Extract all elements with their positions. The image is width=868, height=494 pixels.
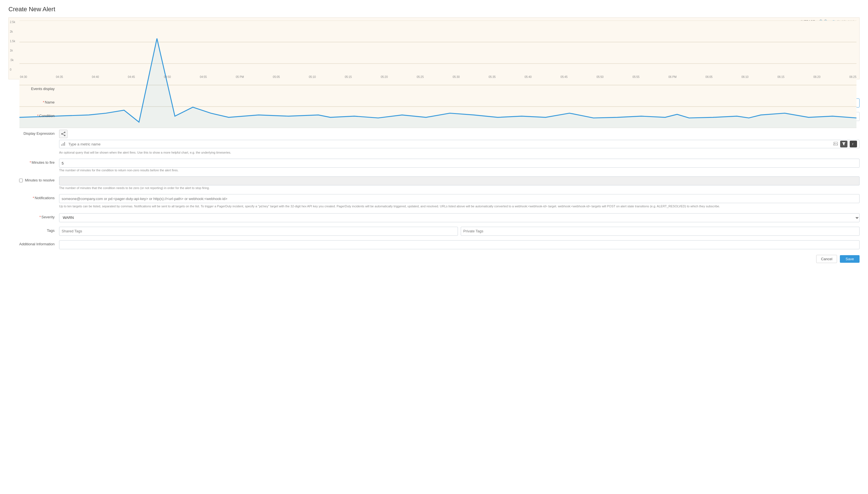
cancel-button[interactable]: Cancel	[816, 255, 837, 263]
svg-point-17	[834, 142, 835, 144]
x-label-0525: 05:25	[417, 75, 424, 78]
notifications-input[interactable]	[59, 194, 860, 203]
x-label-0545: 05:45	[561, 75, 568, 78]
x-label-0510: 05:10	[309, 75, 316, 78]
share-icon	[61, 132, 66, 136]
x-label-0535: 05:35	[488, 75, 496, 78]
image-icon[interactable]	[833, 141, 838, 147]
x-label-0455: 04:55	[200, 75, 207, 78]
x-label-0605: 06:05	[706, 75, 713, 78]
x-label-06pm: 06 PM	[668, 75, 677, 78]
y-label-2000: 2k	[10, 30, 15, 33]
svg-point-8	[64, 132, 65, 133]
page-title: Create New Alert	[8, 6, 860, 13]
x-label-0620: 06:20	[813, 75, 820, 78]
minutes-to-resolve-checkbox[interactable]	[19, 179, 23, 182]
y-label-1000: 1k	[10, 49, 15, 52]
x-label-0515: 05:15	[345, 75, 352, 78]
page-container: Create New Alert AVERAGE · 🔍 🔍 · 2h 6h 1…	[0, 0, 868, 274]
additional-info-field	[59, 240, 860, 249]
x-label-0445: 04:45	[128, 75, 135, 78]
minutes-to-fire-input[interactable]	[59, 159, 860, 168]
footer-buttons: Cancel Save	[8, 255, 860, 269]
svg-line-11	[62, 133, 64, 134]
x-label-0615: 06:15	[777, 75, 784, 78]
svg-text:f: f	[852, 143, 853, 146]
events-display-label: Events display	[8, 85, 59, 91]
x-label-0555: 05:55	[632, 75, 640, 78]
svg-rect-13	[61, 144, 62, 146]
name-label: *Name	[8, 98, 59, 104]
x-label-0430: 04:30	[20, 75, 27, 78]
svg-rect-16	[834, 142, 837, 146]
tags-field	[59, 227, 860, 236]
x-label-0530: 05:30	[453, 75, 460, 78]
x-label-0505: 05:05	[273, 75, 280, 78]
severity-label: *Severity	[8, 213, 59, 219]
additional-info-label: Additional Information	[8, 240, 59, 246]
metric-name-input[interactable]	[68, 141, 832, 147]
x-label-0435: 04:35	[56, 75, 63, 78]
chart-svg	[19, 21, 856, 128]
severity-select[interactable]: INFO SMOKE WARN SEVERE CRITICAL	[59, 213, 860, 222]
display-expr-share-btn[interactable]	[59, 130, 68, 138]
x-label-0520: 05:20	[381, 75, 388, 78]
svg-rect-15	[64, 142, 65, 146]
x-label-0625: 06:25	[849, 75, 856, 78]
minutes-to-fire-field: The number of minutes for the condition …	[59, 159, 860, 172]
metric-input-row: f	[59, 140, 860, 148]
save-button[interactable]: Save	[840, 255, 860, 263]
minutes-to-resolve-help: The number of minutes that the condition…	[59, 186, 860, 190]
svg-marker-18	[842, 142, 846, 146]
notifications-field: Up to ten targets can be listed, separat…	[59, 194, 860, 209]
y-label-2500: 2.5k	[10, 21, 15, 24]
x-label-0440: 04:40	[92, 75, 99, 78]
notifications-required-star: *	[33, 196, 34, 200]
notifications-label: *Notifications	[8, 194, 59, 200]
additional-info-row: Additional Information	[8, 240, 860, 249]
severity-required-star: *	[39, 215, 41, 219]
filter-icon-btn[interactable]	[840, 141, 847, 147]
minutes-to-fire-help: The number of minutes for the condition …	[59, 169, 860, 172]
minutes-to-resolve-label: Minutes to resolve	[8, 176, 59, 182]
function-icon-btn[interactable]: f	[850, 141, 857, 147]
minutes-to-resolve-field: The number of minutes that the condition…	[59, 176, 860, 190]
condition-required-star: *	[37, 114, 39, 118]
svg-rect-14	[63, 143, 63, 146]
severity-row: *Severity INFO SMOKE WARN SEVERE CRITICA…	[8, 213, 860, 222]
chart-container: AVERAGE · 🔍 🔍 · 2h 6h 12h 1d 1w 2.5k 2k …	[8, 17, 860, 79]
shared-tags-input[interactable]	[59, 227, 458, 236]
y-label-0: 0	[10, 68, 15, 71]
x-label-0550: 05:50	[596, 75, 604, 78]
display-expression-help: An optional query that will be shown whe…	[59, 151, 860, 154]
notifications-help: Up to ten targets can be listed, separat…	[59, 204, 860, 209]
resolve-row: Minutes to resolve	[8, 178, 55, 182]
svg-point-9	[64, 135, 65, 136]
minutes-to-fire-row: *Minutes to fire The number of minutes f…	[8, 159, 860, 172]
x-label-0450: 04:50	[164, 75, 171, 78]
chart-x-labels: 04:30 04:35 04:40 04:45 04:50 04:55 05 P…	[20, 75, 856, 78]
display-expr-row: f An optional query that will be shown w…	[59, 130, 860, 154]
chart-y-labels: 2.5k 2k 1.5k 1k .5k 0	[10, 21, 15, 71]
y-label-1500: 1.5k	[10, 40, 15, 43]
minutes-to-fire-label: *Minutes to fire	[8, 159, 59, 165]
additional-info-input[interactable]	[59, 240, 860, 249]
y-label-500: .5k	[10, 58, 15, 62]
notifications-row: *Notifications Up to ten targets can be …	[8, 194, 860, 209]
name-required-star: *	[43, 100, 44, 104]
severity-field: INFO SMOKE WARN SEVERE CRITICAL	[59, 213, 860, 222]
minutes-to-resolve-input[interactable]	[59, 176, 860, 185]
tags-row: Tags	[8, 227, 860, 236]
display-expression-label: Display Expression	[8, 130, 59, 136]
x-label-0540: 05:40	[524, 75, 532, 78]
bar-chart-icon	[61, 141, 66, 147]
svg-line-12	[62, 134, 64, 135]
private-tags-input[interactable]	[461, 227, 860, 236]
svg-point-10	[62, 134, 62, 134]
tags-label: Tags	[8, 227, 59, 233]
x-label-05pm: 05 PM	[236, 75, 244, 78]
condition-label: *Condition	[8, 112, 59, 118]
minutes-required-star: *	[30, 160, 31, 165]
minutes-to-resolve-row: Minutes to resolve The number of minutes…	[8, 176, 860, 190]
x-label-0610: 06:10	[741, 75, 749, 78]
